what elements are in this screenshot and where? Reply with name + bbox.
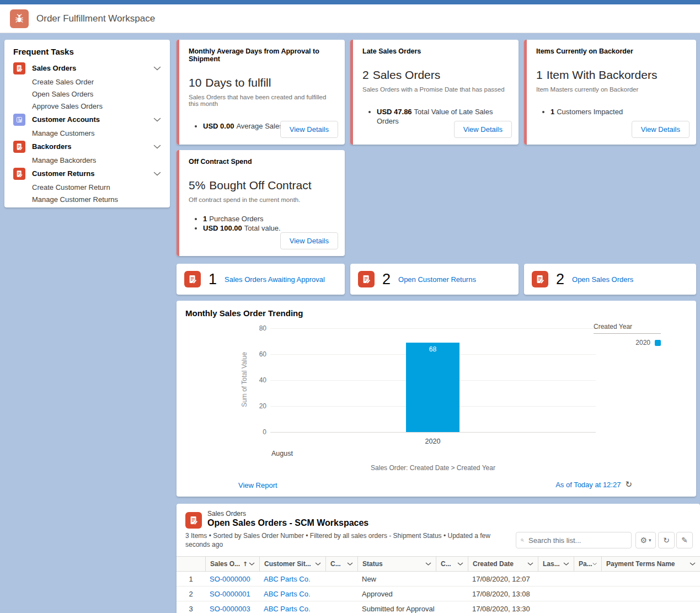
gridline: [270, 328, 596, 329]
view-details-button[interactable]: View Details: [280, 232, 338, 249]
accent-stripe: [177, 40, 179, 145]
view-details-button[interactable]: View Details: [454, 121, 512, 138]
col-sales-order[interactable]: Sales O...↑: [205, 557, 259, 571]
sidebar-item-approve-sales-orders[interactable]: Approve Sales Orders: [13, 100, 161, 112]
customer-link[interactable]: ABC Parts Co.: [259, 575, 325, 583]
quicklink-open-customer-returns[interactable]: 2 Open Customer Returns: [350, 264, 519, 295]
app-bug-icon: [10, 9, 29, 28]
sales-order-link[interactable]: SO-0000000: [205, 575, 259, 583]
list-settings-button[interactable]: ⚙ ▾: [635, 532, 656, 548]
quicklink-label[interactable]: Open Sales Orders: [572, 275, 633, 284]
legend-item-2020[interactable]: 2020: [594, 339, 661, 347]
col-customer-site[interactable]: Customer Sit...: [259, 557, 325, 571]
list-edit-button[interactable]: ✎: [676, 532, 693, 548]
chevron-down-icon: [153, 66, 161, 71]
quicklink-label[interactable]: Sales Orders Awaiting Approval: [225, 275, 325, 284]
kpi-title: Items Currently on Backorder: [536, 47, 688, 55]
quicklink-label[interactable]: Open Customer Returns: [398, 275, 476, 284]
row-number: 2: [177, 590, 205, 598]
quicklink-open-sales-orders[interactable]: 2 Open Sales Orders: [524, 264, 696, 295]
chevron-down-icon: [249, 562, 255, 566]
status-cell: New: [357, 575, 436, 583]
accent-stripe: [524, 40, 527, 145]
col-c2[interactable]: C...: [436, 557, 468, 571]
col-created-date[interactable]: Created Date: [468, 557, 538, 571]
sales-order-link[interactable]: SO-0000003: [205, 605, 259, 613]
view-details-button[interactable]: View Details: [632, 121, 690, 138]
sidebar-group-label: Customer Returns: [32, 169, 94, 178]
quicklink-sales-orders-awaiting-approval[interactable]: 1 Sales Orders Awaiting Approval: [177, 264, 345, 295]
list-entity-label: Sales Orders: [207, 510, 246, 518]
order-fulfillment-workspace: Order Fulfillment Workspace Frequent Tas…: [0, 0, 700, 613]
chart-legend: Created Year 2020: [594, 323, 661, 347]
kpi-value: 2Sales Orders: [362, 68, 511, 82]
sidebar-group-label: Customer Accounts: [32, 115, 100, 124]
sidebar-item-create-sales-order[interactable]: Create Sales Order: [13, 76, 161, 88]
customer-return-icon: [358, 271, 375, 287]
view-report-link[interactable]: View Report: [238, 481, 277, 489]
accent-stripe: [177, 150, 179, 256]
backorders-icon: [13, 141, 25, 153]
chevron-down-icon: [153, 118, 161, 122]
chevron-down-icon: [425, 562, 431, 566]
refresh-icon: ↻: [663, 536, 670, 545]
sidebar-item-manage-customers[interactable]: Manage Customers: [13, 127, 161, 139]
kpi-title: Late Sales Orders: [362, 47, 511, 55]
customer-link[interactable]: ABC Parts Co.: [259, 590, 325, 598]
x-axis-line: [270, 432, 596, 433]
bar-2020[interactable]: 68: [406, 343, 459, 432]
col-c1[interactable]: C...: [325, 557, 357, 571]
kpi-bullet: 1Purchase Orders: [203, 214, 337, 223]
legend-swatch: [655, 340, 661, 346]
sales-orders-icon: [13, 62, 25, 74]
row-number: 3: [177, 605, 205, 613]
sidebar-group-label: Backorders: [32, 142, 72, 151]
sidebar-item-create-customer-return[interactable]: Create Customer Return: [13, 181, 161, 193]
col-status[interactable]: Status: [357, 557, 436, 571]
chevron-down-icon: [153, 172, 161, 176]
created-date-cell: 17/08/2020, 12:07: [468, 575, 538, 583]
kpi-value: 1Item With Backorders: [536, 68, 688, 82]
legend-title: Created Year: [594, 323, 661, 334]
view-details-button[interactable]: View Details: [280, 121, 338, 138]
chevron-down-icon: [563, 562, 569, 566]
sales-order-icon: [532, 271, 548, 287]
caret-down-icon: ▾: [649, 537, 651, 543]
y-tick: 80: [240, 324, 266, 332]
list-search[interactable]: [516, 532, 632, 548]
col-payment-terms[interactable]: Payment Terms Name: [601, 557, 700, 571]
x-group-label: August: [271, 450, 293, 457]
sidebar-group-sales-orders[interactable]: Sales Orders: [13, 61, 161, 76]
search-input[interactable]: [527, 536, 627, 545]
refresh-icon[interactable]: ↻: [625, 479, 632, 489]
status-cell: Submitted for Approval: [357, 605, 436, 613]
kpi-description: Off contract spend in the current month.: [189, 196, 337, 203]
y-tick: 0: [240, 428, 266, 436]
frequent-tasks-panel: Frequent Tasks Sales Orders Create Sales…: [4, 40, 170, 207]
customer-returns-icon: [13, 168, 25, 180]
status-cell: Approved: [357, 590, 436, 598]
sidebar-group-customer-returns[interactable]: Customer Returns: [13, 166, 161, 181]
sidebar-item-open-sales-orders[interactable]: Open Sales Orders: [13, 88, 161, 100]
sales-orders-table: Sales O...↑ Customer Sit... C... Status …: [177, 556, 700, 613]
chart-title: Monthly Sales Order Trending: [185, 308, 303, 318]
sidebar-item-manage-backorders[interactable]: Manage Backorders: [13, 154, 161, 166]
top-strip: [0, 0, 700, 4]
sales-order-link[interactable]: SO-0000001: [205, 590, 259, 598]
col-pa[interactable]: Pa...: [574, 557, 601, 571]
page-title: Order Fulfillment Workspace: [36, 13, 155, 24]
sidebar-group-backorders[interactable]: Backorders: [13, 139, 161, 154]
sort-asc-icon: ↑: [243, 561, 248, 568]
accent-stripe: [350, 40, 353, 145]
kpi-card-days-to-fulfill: Monthly Average Days from Approval to Sh…: [177, 40, 345, 145]
customer-link[interactable]: ABC Parts Co.: [259, 605, 325, 613]
gear-icon: ⚙: [640, 536, 647, 545]
kpi-bullet: 1Customers Impacted: [551, 107, 688, 116]
sidebar-item-manage-customer-returns[interactable]: Manage Customer Returns: [13, 193, 161, 205]
sales-order-icon: [184, 271, 201, 287]
chevron-down-icon: [315, 562, 321, 566]
table-row: 3 SO-0000003 ABC Parts Co. Submitted for…: [177, 601, 700, 613]
col-last[interactable]: Las...: [538, 557, 574, 571]
sidebar-group-customer-accounts[interactable]: Customer Accounts: [13, 112, 161, 127]
list-refresh-button[interactable]: ↻: [658, 532, 675, 548]
